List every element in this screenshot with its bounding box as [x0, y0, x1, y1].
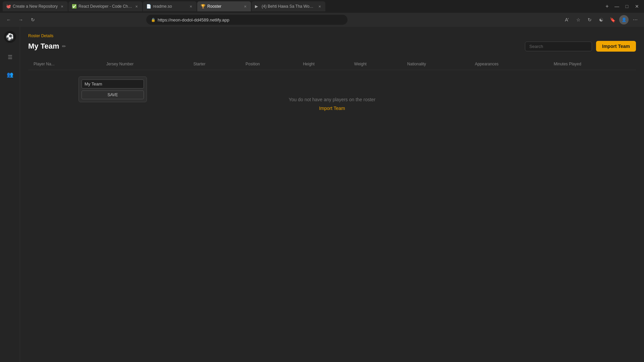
table-column-header: Height — [298, 58, 349, 70]
team-name-row: My Team ✏ — [28, 42, 66, 51]
tab-title: readme.so — [153, 4, 186, 9]
main-content: Roster Details My Team ✏ Import Team SAV… — [20, 27, 644, 362]
edit-team-name-popup: SAVE — [78, 76, 147, 102]
sidebar-item-team[interactable]: 👥 — [4, 68, 16, 80]
table-column-header: Minutes Played — [548, 58, 636, 70]
browser-tab-tab-5[interactable]: ▶ (4) Behti Hawa Sa Tha Woh – 3 I... ✕ — [252, 1, 325, 11]
edit-team-name-icon[interactable]: ✏ — [62, 44, 66, 49]
search-input[interactable] — [525, 42, 592, 51]
tab-bar: 🐙 Create a New Repository ✕ ✅ React Deve… — [0, 0, 644, 13]
refresh-button[interactable]: ↻ — [28, 15, 38, 24]
page-title: My Team — [28, 42, 59, 51]
profile-avatar[interactable]: 👤 — [619, 15, 629, 24]
app-container: ⚽ ☰ 👥 Roster Details My Team ✏ Import Te… — [0, 27, 644, 362]
tab-close-icon[interactable]: ✕ — [60, 4, 64, 9]
table-column-header: Starter — [188, 58, 240, 70]
page-header: My Team ✏ Import Team — [28, 41, 636, 52]
tab-close-icon[interactable]: ✕ — [134, 4, 139, 9]
tab-favicon: ▶ — [255, 4, 260, 9]
menu-dots-button[interactable]: ⋯ — [631, 15, 640, 24]
lock-icon: 🔒 — [151, 18, 156, 22]
team-name-input[interactable] — [82, 79, 144, 88]
address-bar-row: ← → ↻ 🔒 https://neon-dodol-dd4589.netlif… — [0, 13, 644, 27]
team-icon: 👥 — [7, 71, 13, 78]
table-column-header: Appearances — [470, 58, 548, 70]
address-text: https://neon-dodol-dd4589.netlify.app — [158, 17, 229, 22]
browser-tab-tab-3[interactable]: 📄 readme.so ✕ — [143, 1, 197, 11]
close-button[interactable]: ✕ — [633, 2, 641, 11]
tab-title: (4) Behti Hawa Sa Tha Woh – 3 I... — [262, 4, 315, 9]
restore-button[interactable]: □ — [623, 2, 631, 11]
empty-import-link[interactable]: Import Team — [319, 106, 345, 111]
back-button[interactable]: ← — [4, 15, 13, 24]
browser-chrome: 🐙 Create a New Repository ✕ ✅ React Deve… — [0, 0, 644, 27]
import-team-button[interactable]: Import Team — [596, 41, 636, 52]
tab-title: Create a New Repository — [13, 4, 58, 9]
tab-title: React Developer - Code Challen... — [78, 4, 132, 9]
table-header: Player Na...Jersey NumberStarterPosition… — [28, 58, 636, 70]
table-column-header: Jersey Number — [101, 58, 188, 70]
window-controls: — □ ✕ — [612, 2, 641, 11]
extensions-button[interactable]: ☯ — [596, 15, 606, 24]
tab-favicon: ✅ — [72, 4, 76, 9]
table-column-header: Position — [240, 58, 298, 70]
tab-title: Rooster — [207, 4, 241, 9]
bookmark-button[interactable]: 🔖 — [608, 15, 617, 24]
tab-favicon: 📄 — [146, 4, 151, 9]
sidebar-item-menu[interactable]: ☰ — [4, 51, 16, 63]
table-column-header: Weight — [349, 58, 402, 70]
tab-favicon: 🏆 — [201, 4, 205, 9]
browser-actions: A’ ☆ ↻ ☯ 🔖 👤 ⋯ — [562, 15, 640, 24]
browser-tab-tab-2[interactable]: ✅ React Developer - Code Challen... ✕ — [68, 1, 142, 11]
browser-tab-tab-4[interactable]: 🏆 Rooster ✕ — [197, 1, 251, 11]
table-column-header: Player Na... — [28, 58, 101, 70]
browser-tab-tab-1[interactable]: 🐙 Create a New Repository ✕ — [3, 1, 68, 11]
save-team-name-button[interactable]: SAVE — [82, 90, 144, 99]
new-tab-button[interactable]: + — [602, 2, 612, 11]
breadcrumb: Roster Details — [28, 34, 636, 38]
read-mode-button[interactable]: A’ — [562, 15, 572, 24]
forward-button[interactable]: → — [16, 15, 25, 24]
tab-close-icon[interactable]: ✕ — [317, 4, 322, 9]
app-logo[interactable]: ⚽ — [4, 31, 16, 43]
favorites-button[interactable]: ☆ — [574, 15, 583, 24]
tab-close-icon[interactable]: ✕ — [243, 4, 248, 9]
refresh-btn2[interactable]: ↻ — [585, 15, 594, 24]
header-actions: Import Team — [525, 41, 636, 52]
tab-close-icon[interactable]: ✕ — [189, 4, 193, 9]
hamburger-icon: ☰ — [8, 54, 12, 60]
tab-favicon: 🐙 — [6, 4, 11, 9]
minimize-button[interactable]: — — [612, 2, 621, 11]
address-bar[interactable]: 🔒 https://neon-dodol-dd4589.netlify.app — [146, 15, 347, 25]
table-column-header: Nationality — [402, 58, 470, 70]
sidebar: ⚽ ☰ 👥 — [0, 27, 20, 362]
